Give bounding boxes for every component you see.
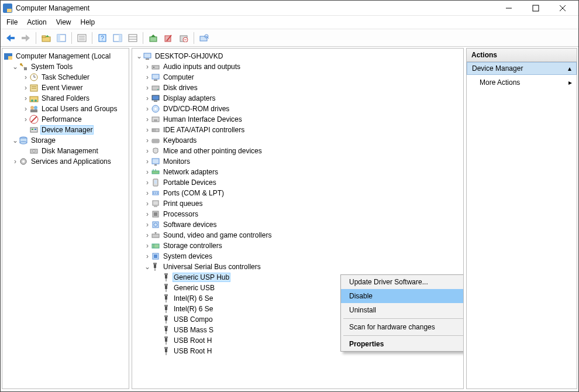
device-category[interactable]: ›Storage controllers: [135, 240, 463, 251]
disk-icon: [29, 146, 39, 156]
device-category[interactable]: ›System devices: [135, 251, 463, 262]
ctx-disable[interactable]: Disable: [341, 289, 464, 303]
tree-disk-management[interactable]: Disk Management: [2, 146, 129, 156]
show-hide-tree-button[interactable]: [55, 32, 68, 44]
tree-system-tools[interactable]: ⌄ System Tools: [2, 61, 129, 72]
device-category[interactable]: ›Ports (COM & LPT): [135, 188, 463, 198]
tree-device-manager[interactable]: Device Manager: [2, 125, 129, 135]
device-category[interactable]: ›Audio inputs and outputs: [135, 61, 463, 72]
device-category[interactable]: ›Monitors: [135, 156, 463, 167]
tree-performance[interactable]: › Performance: [2, 114, 129, 125]
expand-icon[interactable]: ›: [22, 94, 29, 102]
expand-icon[interactable]: ›: [144, 147, 151, 155]
expand-icon[interactable]: ›: [144, 221, 151, 229]
tree-event-viewer[interactable]: › Event Viewer: [2, 82, 129, 93]
device-category[interactable]: ›Processors: [135, 209, 463, 219]
back-button[interactable]: [4, 32, 17, 44]
expand-icon[interactable]: ›: [144, 231, 151, 239]
collapse-icon[interactable]: ⌄: [12, 136, 19, 145]
actions-pane: Actions Device Manager ▴ More Actions ▸: [466, 48, 577, 389]
device-category[interactable]: ›Software devices: [135, 219, 463, 230]
view-list-button[interactable]: [126, 32, 139, 44]
device-category[interactable]: ›Print queues: [135, 198, 463, 209]
device-category[interactable]: ›IDE ATA/ATAPI controllers: [135, 125, 463, 135]
expand-icon[interactable]: ›: [22, 115, 29, 123]
device-category[interactable]: ›Sound, video and game controllers: [135, 230, 463, 240]
usb-icon: [161, 346, 171, 356]
expand-icon[interactable]: ›: [144, 84, 151, 92]
expand-icon[interactable]: ›: [144, 136, 151, 145]
expand-icon[interactable]: ›: [144, 73, 151, 81]
expand-icon[interactable]: ›: [144, 200, 151, 208]
expand-icon[interactable]: ›: [22, 105, 29, 113]
collapse-icon[interactable]: ⌄: [136, 52, 143, 60]
expand-icon[interactable]: ›: [22, 73, 29, 81]
svg-rect-35: [24, 67, 27, 70]
expand-icon[interactable]: ›: [144, 105, 151, 113]
svg-point-59: [22, 160, 25, 163]
collapse-icon[interactable]: ⌄: [12, 63, 19, 71]
device-category[interactable]: ›Human Interface Devices: [135, 114, 463, 125]
minimize-button[interactable]: [495, 1, 522, 16]
device-category[interactable]: ›Portable Devices: [135, 177, 463, 188]
menu-help[interactable]: Help: [81, 18, 95, 26]
show-hide-action-button[interactable]: [111, 32, 124, 44]
maximize-button[interactable]: [522, 1, 549, 16]
expand-icon[interactable]: ›: [144, 252, 151, 260]
device-category[interactable]: ›Display adapters: [135, 93, 463, 104]
ctx-scan-hardware[interactable]: Scan for hardware changes: [341, 320, 464, 334]
device-root[interactable]: ⌄ DESKTOP-GHJ0VKD: [135, 51, 463, 61]
expand-icon[interactable]: ›: [144, 242, 151, 250]
tree-local-users[interactable]: › Local Users and Groups: [2, 104, 129, 114]
forward-button[interactable]: [19, 32, 32, 44]
actions-more[interactable]: More Actions ▸: [467, 75, 577, 90]
expand-icon[interactable]: ›: [22, 84, 29, 92]
properties2-button[interactable]: [75, 32, 88, 44]
svg-rect-102: [154, 255, 157, 258]
actions-section[interactable]: Device Manager ▴: [467, 62, 577, 75]
device-tree-pane: ⌄ DESKTOP-GHJ0VKD ›Audio inputs and outp…: [132, 48, 464, 389]
menu-action[interactable]: Action: [27, 18, 46, 26]
expand-icon[interactable]: ›: [144, 157, 151, 166]
expand-icon[interactable]: ›: [144, 63, 151, 71]
expand-icon[interactable]: ›: [144, 168, 151, 176]
toolbar: ?: [1, 29, 578, 47]
tree-services[interactable]: › Services and Applications: [2, 156, 129, 167]
svg-rect-50: [30, 128, 37, 132]
device-category[interactable]: ›DVD/CD-ROM drives: [135, 104, 463, 114]
device-category[interactable]: ›Network adapters: [135, 167, 463, 177]
expand-icon[interactable]: ›: [144, 178, 151, 187]
device-category[interactable]: ›Disk drives: [135, 82, 463, 93]
device-category[interactable]: ⌄Universal Serial Bus controllers: [135, 262, 463, 272]
menu-view[interactable]: View: [56, 18, 71, 26]
close-button[interactable]: [549, 1, 576, 16]
title-bar: Computer Management: [1, 1, 578, 16]
svg-rect-128: [164, 347, 168, 349]
ctx-update-driver[interactable]: Update Driver Software...: [341, 275, 464, 289]
expand-icon[interactable]: ›: [144, 189, 151, 197]
svg-rect-92: [154, 205, 157, 207]
ctx-properties[interactable]: Properties: [341, 337, 464, 351]
expand-icon[interactable]: ›: [144, 210, 151, 218]
device-category[interactable]: ›Keyboards: [135, 135, 463, 146]
scan-hardware-button[interactable]: [198, 32, 211, 44]
expand-icon[interactable]: ›: [144, 126, 151, 134]
device-category[interactable]: ›Mice and other pointing devices: [135, 146, 463, 156]
uninstall-button[interactable]: [177, 32, 190, 44]
ctx-uninstall[interactable]: Uninstall: [341, 303, 464, 317]
up-button[interactable]: [40, 32, 53, 44]
collapse-icon[interactable]: ⌄: [144, 263, 151, 271]
tree-storage[interactable]: ⌄ Storage: [2, 135, 129, 146]
disable-device-button[interactable]: [162, 32, 175, 44]
expand-icon[interactable]: ›: [144, 94, 151, 102]
menu-file[interactable]: File: [6, 18, 18, 26]
svg-point-34: [20, 63, 22, 66]
device-category[interactable]: ›Computer: [135, 72, 463, 82]
expand-icon[interactable]: ›: [144, 115, 151, 123]
tree-root[interactable]: Computer Management (Local: [2, 51, 129, 61]
help-button[interactable]: ?: [96, 32, 109, 44]
update-driver-button[interactable]: [147, 32, 160, 44]
tree-shared-folders[interactable]: › Shared Folders: [2, 93, 129, 104]
tree-task-scheduler[interactable]: › Task Scheduler: [2, 72, 129, 82]
expand-icon[interactable]: ›: [12, 157, 19, 166]
